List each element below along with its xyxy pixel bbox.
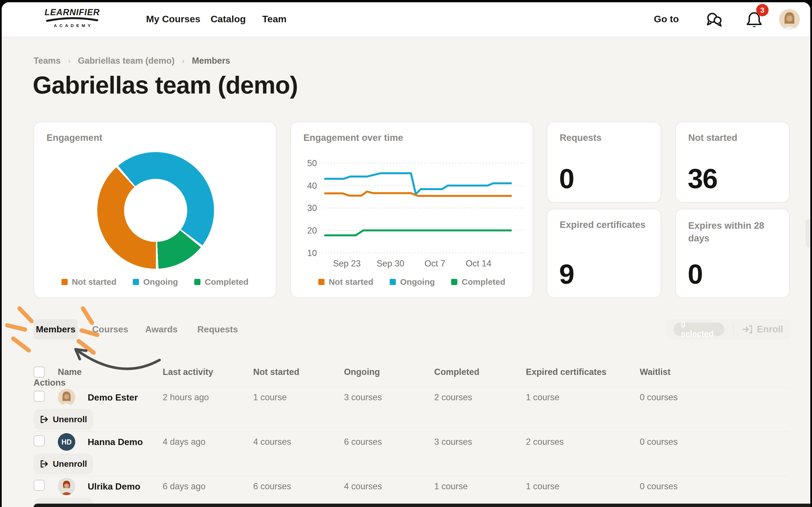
engagement-line-chart: 5040302010Sep 23Sep 30Oct 7Oct 14: [291, 145, 532, 297]
col-header-last-activity: Last activity: [163, 367, 253, 377]
unenroll-icon: [40, 415, 49, 424]
last-activity-cell: 2 hours ago: [163, 392, 253, 402]
legend-item: Completed: [451, 277, 505, 287]
col-header-completed: Completed: [434, 367, 526, 377]
waitlist-cell: 0 courses: [640, 392, 790, 402]
chevron-right-icon: ›: [182, 56, 185, 65]
col-header-actions: Actions: [34, 378, 58, 388]
col-header-expired-certificates: Expired certificates: [526, 367, 640, 377]
col-header-not-started: Not started: [253, 367, 344, 377]
notification-badge: 3: [756, 4, 769, 16]
row-checkbox[interactable]: [34, 435, 45, 446]
learnifier-logo[interactable]: LEARNIFIER ACADEMY: [44, 7, 100, 28]
legend-label: Not started: [72, 277, 116, 287]
crumb-teams[interactable]: Teams: [34, 56, 61, 66]
chat-icon[interactable]: [705, 11, 723, 29]
breadcrumb: Teams › Gabriellas team (demo) › Members: [34, 56, 231, 66]
engagement-donut-chart: [97, 152, 214, 269]
page-content: Teams › Gabriellas team (demo) › Members…: [2, 37, 810, 507]
svg-text:40: 40: [307, 181, 317, 191]
member-name-cell: Demo Ester: [58, 389, 163, 406]
svg-text:10: 10: [307, 248, 317, 258]
stat-card-requests: Requests 0: [547, 122, 661, 203]
legend-label: Completed: [205, 277, 248, 287]
completed-cell: 3 courses: [434, 437, 526, 447]
nav-my-courses[interactable]: My Courses: [146, 13, 200, 24]
tab-awards[interactable]: Awards: [145, 324, 177, 335]
stat-label: Expires within 28 days: [688, 219, 773, 244]
donut-legend: Not startedOngoingCompleted: [34, 277, 276, 287]
expired-certificates-cell: 2 courses: [526, 437, 640, 447]
goto-menu[interactable]: Go to: [654, 13, 679, 24]
crumb-team[interactable]: Gabriellas team (demo): [78, 56, 174, 66]
col-header-waitlist: Waitlist: [640, 367, 790, 377]
ongoing-cell: 4 courses: [344, 482, 434, 492]
members-table: Name Last activity Not started Ongoing C…: [34, 367, 790, 507]
unenroll-icon: [40, 459, 49, 468]
enroll-label: Enroll: [757, 324, 783, 335]
legend-item: Not started: [61, 277, 116, 287]
stat-card-not-started: Not started 36: [675, 122, 790, 203]
last-activity-cell: 6 days ago: [163, 482, 253, 492]
stat-value: 36: [688, 163, 717, 194]
tab-requests[interactable]: Requests: [197, 324, 238, 335]
row-checkbox[interactable]: [34, 391, 45, 402]
avatar: [58, 389, 75, 406]
ongoing-cell: 3 courses: [344, 392, 434, 402]
user-avatar[interactable]: [779, 9, 800, 30]
table-row: HDHanna Demo4 days ago4 courses6 courses…: [34, 431, 790, 476]
logo-swoosh: [45, 17, 99, 22]
crumb-members: Members: [192, 56, 230, 66]
member-name-cell: Ulrika Demo: [58, 478, 163, 495]
enroll-button[interactable]: Enroll: [742, 324, 783, 335]
waitlist-cell: 0 courses: [640, 437, 790, 447]
selected-count-pill: 0 selected: [673, 323, 724, 336]
svg-text:Sep 30: Sep 30: [377, 259, 404, 269]
avatar: [58, 478, 75, 495]
select-all-checkbox[interactable]: [34, 367, 45, 378]
legend-swatch-icon: [133, 279, 139, 285]
legend-swatch-icon: [390, 279, 396, 285]
row-checkbox[interactable]: [34, 480, 45, 491]
svg-text:50: 50: [307, 158, 317, 168]
member-name-cell: HDHanna Demo: [58, 433, 163, 451]
col-header-name: Name: [58, 367, 163, 377]
unenroll-button[interactable]: Unenroll: [34, 453, 93, 474]
nav-catalog[interactable]: Catalog: [211, 13, 246, 24]
ongoing-cell: 6 courses: [344, 437, 434, 447]
legend-item: Ongoing: [133, 277, 178, 287]
engagement-card: Engagement Not startedOngoingCompleted: [34, 122, 276, 298]
waitlist-cell: 0 courses: [640, 482, 790, 492]
completed-cell: 2 courses: [434, 392, 526, 402]
tab-courses[interactable]: Courses: [92, 324, 128, 335]
table-header-row: Name Last activity Not started Ongoing C…: [34, 367, 790, 387]
engagement-card-title: Engagement: [47, 132, 102, 143]
svg-text:Sep 23: Sep 23: [333, 259, 361, 269]
stat-card-expired-certificates: Expired certificates 9: [547, 209, 661, 298]
top-navbar: LEARNIFIER ACADEMY My Courses Catalog Te…: [2, 2, 810, 37]
app-window: LEARNIFIER ACADEMY My Courses Catalog Te…: [2, 2, 810, 507]
svg-text:Oct 7: Oct 7: [424, 259, 445, 269]
nav-team[interactable]: Team: [262, 13, 287, 24]
annotation-arrow: [75, 349, 160, 369]
side-widget-tab[interactable]: [806, 219, 810, 247]
legend-label: Ongoing: [400, 277, 435, 287]
stat-value: 0: [688, 258, 703, 290]
stat-label: Requests: [560, 132, 602, 143]
legend-label: Completed: [462, 277, 505, 287]
logo-academy: ACADEMY: [44, 23, 100, 28]
tab-members-active[interactable]: Members: [34, 319, 78, 339]
stat-card-expires-within-28-days: Expires within 28 days 0: [675, 209, 790, 298]
unenroll-button[interactable]: Unenroll: [34, 409, 93, 430]
not-started-cell: 6 courses: [253, 482, 344, 492]
stat-value: 9: [559, 258, 574, 290]
logo-wordmark: LEARNIFIER: [44, 7, 100, 17]
divider: [733, 323, 734, 336]
completed-cell: 1 course: [434, 482, 526, 492]
line-chart-title: Engagement over time: [303, 132, 403, 143]
avatar: HD: [58, 433, 75, 451]
legend-item: Not started: [318, 277, 373, 287]
page-title: Gabriellas team (demo): [33, 71, 298, 99]
legend-swatch-icon: [61, 279, 68, 285]
bottom-dark-bar: [34, 504, 810, 507]
